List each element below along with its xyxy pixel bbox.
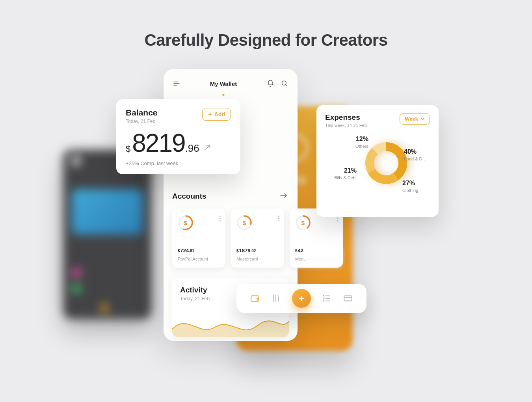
account-name: PayPal Account [178, 257, 208, 261]
account-name: Mastercard [236, 257, 258, 261]
account-progress-ring: $ [295, 215, 311, 231]
range-dropdown[interactable]: Week [400, 113, 430, 125]
account-amount: $724.81 [178, 248, 194, 253]
svg-point-26 [323, 300, 324, 301]
balance-date: Today, 21 Feb [126, 119, 158, 124]
svg-point-3 [282, 81, 286, 85]
page-headline: Carefully Designed for Creators [0, 31, 532, 50]
phone-title: My Wallet [210, 80, 237, 87]
more-icon[interactable] [219, 216, 221, 221]
blurred-dark-phone [63, 150, 152, 319]
accounts-arrow-icon[interactable] [279, 191, 289, 201]
chevron-down-icon [420, 117, 425, 121]
segment-others: 12%Others [341, 135, 368, 149]
svg-line-20 [278, 295, 279, 302]
svg-rect-27 [344, 296, 352, 301]
dollar-icon: $ [301, 220, 305, 226]
nav-add-fab[interactable]: + [292, 289, 311, 308]
more-icon[interactable] [278, 216, 279, 221]
accounts-section: Accounts $ $724.81 PayPal Account [172, 191, 289, 268]
svg-point-24 [323, 295, 324, 296]
segment-bills: 21%Bills & Debt [325, 166, 357, 181]
nav-library-icon[interactable] [271, 293, 282, 304]
menu-icon[interactable] [172, 79, 181, 88]
search-icon[interactable] [280, 79, 289, 88]
accounts-title: Accounts [172, 192, 206, 201]
balance-amount: $ 8219 .96 [126, 130, 231, 156]
nav-card-icon[interactable] [342, 293, 353, 304]
account-progress-ring: $ [236, 215, 252, 231]
account-progress-ring: $ [178, 215, 193, 231]
segment-clothing: 27%Clothing [402, 179, 430, 193]
nav-list-icon[interactable] [321, 293, 332, 304]
account-card[interactable]: $ $42 Mon… [290, 208, 343, 268]
bottom-nav: + [236, 284, 366, 313]
expenses-card: Expenses This week, 14-21 Feb Week 12%Ot… [316, 105, 439, 217]
account-card[interactable]: $ $724.81 PayPal Account [172, 208, 225, 268]
account-amount: $1879.02 [236, 248, 256, 253]
svg-line-4 [286, 85, 287, 86]
plus-icon: + [208, 111, 212, 117]
title-indicator-dot [223, 94, 225, 96]
expenses-title: Expenses [325, 113, 367, 122]
expenses-date: This week, 14-21 Feb [325, 123, 367, 128]
dollar-icon: $ [243, 220, 246, 226]
segment-food: 40%Food & D… [404, 147, 432, 162]
dollar-icon: $ [184, 220, 187, 226]
account-card[interactable]: $ $1879.02 Mastercard [231, 208, 284, 268]
svg-point-25 [323, 298, 324, 299]
nav-wallet-icon[interactable] [249, 293, 260, 304]
activity-chart [172, 309, 289, 337]
account-name: Mon… [295, 257, 308, 261]
balance-comparison: +25% Comp. last week [126, 160, 231, 166]
account-amount: $42 [295, 248, 303, 253]
balance-card: Balance Today, 21 Feb +Add $ 8219 .96 +2… [116, 99, 240, 174]
add-button[interactable]: +Add [202, 108, 231, 121]
balance-title: Balance [126, 108, 158, 117]
trend-up-icon [203, 143, 212, 153]
bell-icon[interactable] [266, 79, 275, 88]
svg-line-12 [205, 145, 210, 150]
